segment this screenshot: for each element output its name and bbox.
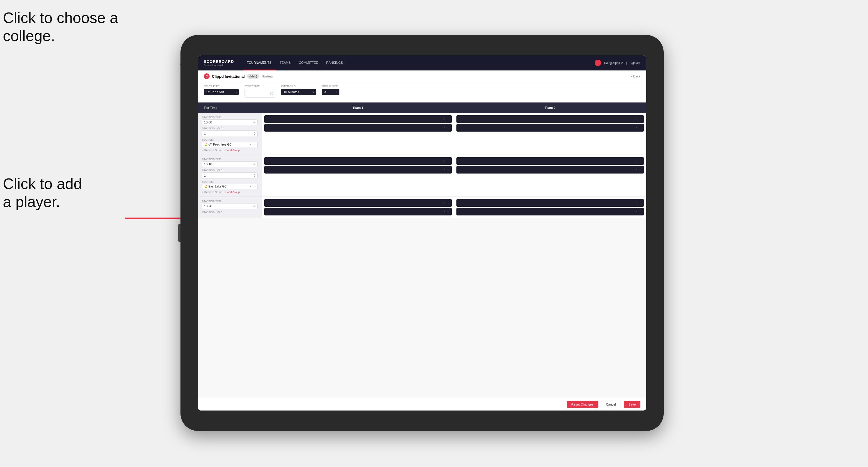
start-time-input[interactable] — [247, 90, 270, 96]
slot-edit-5-1[interactable]: ⋮ — [447, 201, 450, 205]
start-type-select[interactable]: 1st Tee Start — [204, 89, 239, 95]
slot-actions-6-2: ✕ ⋮ — [636, 210, 642, 213]
group-row-3: STARTING TIME: ⊙ STARTING HOLE: ✕ ⋮ — [198, 197, 646, 218]
player-slot-5-1[interactable]: ✕ ⋮ — [264, 199, 452, 207]
slot-x-2-1[interactable]: ✕ — [636, 118, 638, 121]
slot-edit-4-2[interactable]: ⋮ — [639, 168, 642, 171]
add-group-2[interactable]: + Add Group — [225, 191, 240, 194]
team1-cell-3: ✕ ⋮ ✕ ⋮ — [262, 197, 454, 218]
intervals-select-wrapper: 10 Minutes — [281, 89, 316, 95]
slot-x-3-1[interactable]: ✕ — [443, 160, 446, 162]
slot-edit-1-2[interactable]: ⋮ — [447, 126, 450, 129]
starting-hole-field-1[interactable]: ▲▼ — [202, 130, 258, 137]
slot-actions-3-2: ✕ ⋮ — [443, 168, 450, 171]
slot-edit-3-1[interactable]: ⋮ — [447, 160, 450, 162]
controls-bar: Start Type 1st Tee Start Start Time 🕐 In… — [198, 83, 646, 102]
slot-actions-2-1: ✕ ⋮ — [636, 118, 642, 121]
course-edit-2[interactable]: ⋮ — [253, 185, 255, 188]
add-group-1[interactable]: + Add Group — [225, 149, 240, 152]
player-slot-4-2[interactable]: ✕ ⋮ — [457, 166, 644, 174]
player-slot-3-1[interactable]: ✕ ⋮ — [264, 157, 452, 165]
team2-cell-3: ✕ ⋮ ✕ ⋮ — [454, 197, 646, 218]
course-remove-1[interactable]: ✕ — [249, 143, 252, 146]
tablet-side-button — [178, 224, 181, 242]
slot-x-4-2[interactable]: ✕ — [636, 168, 638, 171]
player-slot-1-1[interactable]: ✕ ⋮ — [264, 115, 452, 123]
slot-x-2-2[interactable]: ✕ — [636, 126, 638, 129]
player-slot-3-2[interactable]: ✕ ⋮ — [264, 166, 452, 174]
team2-cell-2: ✕ ⋮ ✕ ⋮ — [454, 155, 646, 196]
separator: | — [626, 61, 627, 65]
group-size-select-wrapper: 3 — [322, 89, 339, 95]
course-icon-1: ⛳ — [204, 143, 207, 146]
nav-committee[interactable]: COMMITTEE — [295, 55, 322, 70]
starting-time-input-1[interactable] — [204, 121, 253, 124]
starting-time-field-2[interactable]: ⊙ — [202, 161, 258, 167]
course-tag-2[interactable]: ⛳ East Lake GC ✕ ⋮ — [202, 184, 258, 189]
player-slot-6-1[interactable]: ✕ ⋮ — [457, 199, 644, 207]
starting-time-input-2[interactable] — [204, 162, 253, 166]
slot-edit-3-2[interactable]: ⋮ — [447, 168, 450, 171]
team1-cell-1: ✕ ⋮ ✕ ⋮ — [262, 113, 454, 155]
course-tag-1[interactable]: ⛳ (A) Peachtree GC ✕ ⋮ — [202, 142, 258, 147]
starting-time-field-1[interactable]: ⊙ — [202, 119, 258, 125]
slot-x-1-1[interactable]: ✕ — [443, 118, 446, 121]
remove-group-2[interactable]: ○ Remove Group — [202, 191, 222, 194]
subheader: C Clippd Invitational (Men) Hosting ‹ Ba… — [198, 70, 646, 83]
table-header: Tee Time Team 1 Team 2 — [198, 102, 646, 113]
slot-edit-4-1[interactable]: ⋮ — [639, 160, 642, 162]
group-size-group: Group Size 3 — [322, 85, 339, 99]
group-size-select[interactable]: 3 — [322, 89, 339, 95]
course-label-1: COURSE: — [202, 138, 258, 141]
slot-edit-1-1[interactable]: ⋮ — [447, 118, 450, 121]
nav-tournaments[interactable]: TOURNAMENTS — [243, 55, 276, 70]
slot-actions-5-2: ✕ ⋮ — [443, 210, 450, 213]
course-label-2: COURSE: — [202, 181, 258, 183]
brand-sub: Powered by clippd — [204, 64, 234, 66]
slot-edit-5-2[interactable]: ⋮ — [447, 210, 450, 213]
back-button[interactable]: ‹ Back — [631, 74, 640, 78]
nav-rankings[interactable]: RANKINGS — [322, 55, 347, 70]
cancel-button[interactable]: Cancel — [601, 401, 621, 408]
slot-x-6-1[interactable]: ✕ — [636, 201, 638, 205]
slot-x-3-2[interactable]: ✕ — [443, 168, 446, 171]
slot-x-4-1[interactable]: ✕ — [636, 160, 638, 162]
nav-links: TOURNAMENTS TEAMS COMMITTEE RANKINGS — [243, 55, 347, 70]
remove-group-1[interactable]: ○ Remove Group — [202, 149, 222, 152]
slot-actions-1-1: ✕ ⋮ — [443, 118, 450, 121]
course-remove-2[interactable]: ✕ — [249, 185, 252, 188]
player-slot-2-1[interactable]: ✕ ⋮ — [457, 115, 644, 123]
starting-hole-field-2[interactable]: ▲▼ — [202, 173, 258, 179]
slot-edit-6-1[interactable]: ⋮ — [639, 201, 642, 205]
save-button[interactable]: Save — [624, 401, 640, 408]
starting-time-input-3[interactable] — [204, 205, 253, 208]
slot-actions-2-2: ✕ ⋮ — [636, 126, 642, 129]
slot-x-6-2[interactable]: ✕ — [636, 210, 638, 213]
reset-changes-button[interactable]: Reset Changes — [567, 401, 598, 408]
slot-x-1-2[interactable]: ✕ — [443, 126, 446, 129]
group-2-settings: STARTING TIME: ⊙ STARTING HOLE: ▲▼ COURS… — [198, 155, 262, 196]
intervals-select[interactable]: 10 Minutes — [281, 89, 316, 95]
start-time-group: Start Time 🕐 — [245, 85, 275, 99]
nav-teams[interactable]: TEAMS — [276, 55, 295, 70]
main-content[interactable]: Tee Time Team 1 Team 2 STARTING TIME: ⊙ … — [198, 102, 646, 398]
slot-edit-2-2[interactable]: ⋮ — [639, 126, 642, 129]
group-actions-1: ○ Remove Group + Add Group — [202, 149, 258, 152]
player-slot-6-2[interactable]: ✕ ⋮ — [457, 208, 644, 215]
player-slot-5-2[interactable]: ✕ ⋮ — [264, 208, 452, 215]
slot-x-5-1[interactable]: ✕ — [443, 201, 446, 205]
starting-time-field-3[interactable]: ⊙ — [202, 203, 258, 209]
sign-out-link[interactable]: Sign out — [630, 61, 640, 65]
intervals-group: Intervals 10 Minutes — [281, 85, 316, 99]
slot-edit-2-1[interactable]: ⋮ — [639, 118, 642, 121]
player-slot-2-2[interactable]: ✕ ⋮ — [457, 124, 644, 132]
starting-hole-label-3: STARTING HOLE: — [202, 211, 258, 213]
starting-hole-input-2[interactable] — [204, 174, 253, 177]
player-slot-1-2[interactable]: ✕ ⋮ — [264, 124, 452, 132]
slot-edit-6-2[interactable]: ⋮ — [639, 210, 642, 213]
slot-x-5-2[interactable]: ✕ — [443, 210, 446, 213]
hole-arrows-2: ▲▼ — [253, 174, 255, 178]
starting-hole-input-1[interactable] — [204, 132, 253, 135]
player-slot-4-1[interactable]: ✕ ⋮ — [457, 157, 644, 165]
course-edit-1[interactable]: ⋮ — [253, 143, 255, 146]
